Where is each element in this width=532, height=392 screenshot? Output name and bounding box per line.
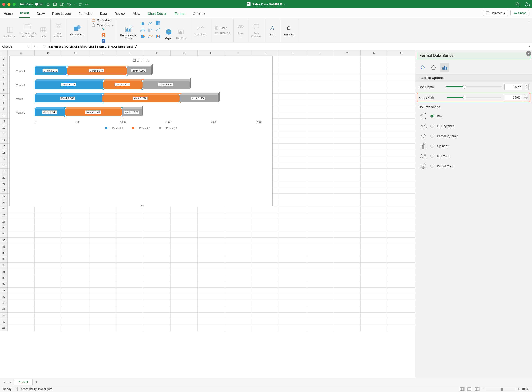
cell[interactable] bbox=[279, 288, 306, 294]
cell[interactable] bbox=[198, 219, 225, 225]
cell[interactable] bbox=[333, 212, 361, 219]
cell[interactable] bbox=[333, 131, 361, 137]
cell[interactable] bbox=[62, 206, 89, 212]
cell[interactable] bbox=[306, 219, 333, 225]
cell[interactable] bbox=[306, 175, 333, 181]
cell[interactable] bbox=[8, 306, 35, 313]
cell[interactable] bbox=[171, 250, 198, 256]
cell[interactable] bbox=[388, 81, 415, 87]
cell[interactable] bbox=[306, 250, 333, 256]
cell[interactable] bbox=[333, 144, 361, 150]
cell[interactable] bbox=[143, 319, 171, 325]
cell[interactable] bbox=[279, 181, 306, 187]
row-header-20[interactable]: 20 bbox=[0, 175, 8, 181]
account-icon[interactable]: + bbox=[525, 2, 530, 6]
cell[interactable] bbox=[279, 106, 306, 112]
cell[interactable] bbox=[306, 256, 333, 263]
cell[interactable] bbox=[171, 269, 198, 275]
cell[interactable] bbox=[8, 212, 35, 219]
column-chart-button[interactable] bbox=[140, 21, 146, 26]
bar-segment[interactable]: Month 3, 775 bbox=[35, 81, 103, 89]
cell[interactable] bbox=[225, 288, 252, 294]
cell[interactable] bbox=[35, 263, 62, 269]
cell[interactable] bbox=[388, 225, 415, 231]
cell[interactable] bbox=[62, 225, 89, 231]
cell[interactable] bbox=[116, 219, 143, 225]
cell[interactable] bbox=[89, 212, 116, 219]
cell[interactable] bbox=[306, 306, 333, 313]
cell[interactable] bbox=[62, 244, 89, 250]
collapse-ribbon-icon[interactable]: ⌄ bbox=[528, 19, 532, 42]
illustrations-button[interactable]: Illustrations⌄ bbox=[70, 24, 85, 36]
cell[interactable] bbox=[361, 225, 388, 231]
cell[interactable] bbox=[388, 75, 415, 81]
cell[interactable] bbox=[333, 200, 361, 206]
cell[interactable] bbox=[388, 106, 415, 112]
cell[interactable] bbox=[35, 275, 62, 281]
cell[interactable] bbox=[333, 269, 361, 275]
cell[interactable] bbox=[333, 125, 361, 131]
cell[interactable] bbox=[388, 250, 415, 256]
cell[interactable] bbox=[252, 319, 279, 325]
cell[interactable] bbox=[252, 263, 279, 269]
cell[interactable] bbox=[361, 238, 388, 244]
tab-home[interactable]: Home bbox=[3, 10, 14, 18]
row-header-28[interactable]: 28 bbox=[0, 225, 8, 231]
cell[interactable] bbox=[306, 125, 333, 131]
cell[interactable] bbox=[116, 294, 143, 300]
cell[interactable] bbox=[171, 256, 198, 263]
cell[interactable] bbox=[333, 75, 361, 81]
cell[interactable] bbox=[198, 231, 225, 238]
cell[interactable] bbox=[279, 137, 306, 144]
cell[interactable] bbox=[225, 256, 252, 263]
series-options-tab[interactable] bbox=[440, 63, 449, 72]
cell[interactable] bbox=[333, 294, 361, 300]
cell[interactable] bbox=[279, 319, 306, 325]
row-header-27[interactable]: 27 bbox=[0, 219, 8, 225]
cell[interactable] bbox=[8, 263, 35, 269]
tell-me[interactable]: Tell me bbox=[192, 11, 206, 18]
cell[interactable] bbox=[279, 219, 306, 225]
cell[interactable] bbox=[361, 319, 388, 325]
cell[interactable] bbox=[35, 219, 62, 225]
cell[interactable] bbox=[361, 169, 388, 175]
cell[interactable] bbox=[116, 238, 143, 244]
cell[interactable] bbox=[35, 325, 62, 331]
cell[interactable] bbox=[361, 219, 388, 225]
cell[interactable] bbox=[361, 81, 388, 87]
cell[interactable] bbox=[35, 212, 62, 219]
cell[interactable] bbox=[388, 263, 415, 269]
cell[interactable] bbox=[388, 206, 415, 212]
cell[interactable] bbox=[62, 238, 89, 244]
shape-option-cylinder[interactable]: Cylinder bbox=[415, 141, 532, 151]
cell[interactable] bbox=[306, 137, 333, 144]
cell[interactable] bbox=[279, 119, 306, 125]
cell[interactable] bbox=[333, 206, 361, 212]
cell[interactable] bbox=[306, 69, 333, 75]
cell[interactable] bbox=[62, 219, 89, 225]
cell[interactable] bbox=[388, 181, 415, 187]
cell[interactable] bbox=[279, 212, 306, 219]
sheet-tab-sheet1[interactable]: Sheet1 bbox=[14, 379, 33, 385]
cell[interactable] bbox=[8, 250, 35, 256]
cell[interactable] bbox=[171, 238, 198, 244]
home-icon[interactable] bbox=[46, 2, 50, 6]
cell[interactable] bbox=[333, 306, 361, 313]
cell[interactable] bbox=[35, 313, 62, 319]
cell[interactable] bbox=[143, 306, 171, 313]
cell[interactable] bbox=[252, 325, 279, 331]
cell[interactable] bbox=[116, 263, 143, 269]
row-header-13[interactable]: 13 bbox=[0, 131, 8, 137]
cell[interactable] bbox=[143, 212, 171, 219]
cell[interactable] bbox=[306, 212, 333, 219]
cell[interactable] bbox=[225, 225, 252, 231]
cell[interactable] bbox=[279, 187, 306, 194]
cell[interactable] bbox=[279, 244, 306, 250]
cell[interactable] bbox=[279, 238, 306, 244]
cell[interactable] bbox=[333, 263, 361, 269]
cell[interactable] bbox=[361, 69, 388, 75]
cell[interactable] bbox=[62, 256, 89, 263]
row-header-41[interactable]: 41 bbox=[0, 306, 8, 313]
cell[interactable] bbox=[333, 56, 361, 62]
cell[interactable] bbox=[171, 219, 198, 225]
